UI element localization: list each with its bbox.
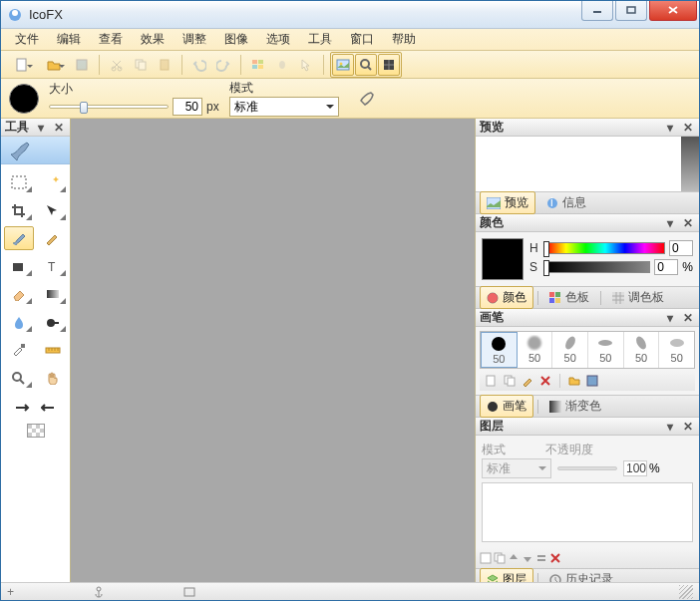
paste-button[interactable] xyxy=(154,54,175,76)
layer-new-icon[interactable] xyxy=(480,552,492,564)
layer-merge-icon[interactable] xyxy=(535,552,547,564)
brush-preset-0[interactable]: 50 xyxy=(481,332,518,368)
os-windows-icon[interactable] xyxy=(247,54,269,76)
undo-button[interactable] xyxy=(188,54,210,76)
menu-file[interactable]: 文件 xyxy=(7,29,47,50)
tool-eraser[interactable] xyxy=(4,282,34,306)
tool-eyedropper[interactable] xyxy=(4,338,34,362)
size-input[interactable]: 50 xyxy=(173,98,202,116)
menu-window[interactable]: 窗口 xyxy=(342,29,382,50)
layer-dup-icon[interactable] xyxy=(494,552,506,564)
transparency-swatch[interactable] xyxy=(27,424,45,438)
preview-panel-title: 预览 xyxy=(480,119,659,136)
tab-swatches[interactable]: 色板 xyxy=(542,286,596,309)
menu-image[interactable]: 图像 xyxy=(216,29,256,50)
sat-unit: % xyxy=(682,260,693,274)
tab-preview[interactable]: 预览 xyxy=(480,191,535,214)
brush-save-icon[interactable] xyxy=(584,373,600,389)
layer-mode-combo[interactable]: 标准 xyxy=(482,458,551,478)
color-collapse-icon[interactable]: ▾ xyxy=(663,216,677,230)
tool-dodge[interactable] xyxy=(38,310,68,334)
brush-dup-icon[interactable] xyxy=(502,373,518,389)
maximize-button[interactable] xyxy=(615,1,647,21)
sat-slider[interactable] xyxy=(545,261,650,273)
tools-collapse-icon[interactable]: ▾ xyxy=(34,121,48,135)
menu-options[interactable]: 选项 xyxy=(258,29,298,50)
preview-collapse-icon[interactable]: ▾ xyxy=(663,121,677,135)
minimize-button[interactable] xyxy=(581,1,613,21)
airbrush-icon[interactable] xyxy=(359,91,377,107)
sat-input[interactable]: 0 xyxy=(654,259,678,275)
menu-help[interactable]: 帮助 xyxy=(384,29,424,50)
tool-zoom[interactable] xyxy=(4,366,34,390)
menu-tools[interactable]: 工具 xyxy=(300,29,340,50)
tools-close-icon[interactable]: ✕ xyxy=(52,121,66,135)
resize-grip[interactable] xyxy=(679,585,693,599)
save-button[interactable] xyxy=(71,54,93,76)
menu-effects[interactable]: 效果 xyxy=(133,29,173,50)
menu-view[interactable]: 查看 xyxy=(91,29,131,50)
mode-combo[interactable]: 标准 xyxy=(229,97,339,117)
redo-button[interactable] xyxy=(212,54,234,76)
layer-list[interactable] xyxy=(482,482,693,542)
layer-collapse-icon[interactable]: ▾ xyxy=(663,420,677,434)
brush-open-icon[interactable] xyxy=(566,373,582,389)
tool-move[interactable] xyxy=(38,198,68,222)
tab-palette[interactable]: 调色板 xyxy=(605,286,671,309)
brush-new-icon[interactable] xyxy=(484,373,500,389)
swap-colors-icon[interactable] xyxy=(15,402,31,414)
hue-slider[interactable] xyxy=(545,242,665,254)
os-mac-icon[interactable] xyxy=(271,54,293,76)
new-button[interactable] xyxy=(7,54,37,76)
tool-crop[interactable] xyxy=(4,198,34,222)
tool-measure[interactable] xyxy=(38,338,68,362)
opacity-slider[interactable] xyxy=(557,466,617,470)
cursor-icon[interactable] xyxy=(295,54,317,76)
layer-delete-icon[interactable] xyxy=(549,552,561,564)
canvas-area[interactable] xyxy=(71,119,475,582)
brush-preset-4[interactable]: 50 xyxy=(624,332,660,368)
tool-wand[interactable] xyxy=(38,170,68,194)
tool-brush[interactable] xyxy=(4,226,34,250)
color-close-icon[interactable]: ✕ xyxy=(681,216,695,230)
tool-fill[interactable] xyxy=(4,254,34,278)
brush-preset-2[interactable]: 50 xyxy=(552,332,588,368)
brush-preset-1[interactable]: 50 xyxy=(518,332,553,368)
default-colors-icon[interactable] xyxy=(41,402,57,414)
brush-edit-icon[interactable] xyxy=(520,373,535,389)
opacity-input[interactable]: 100 xyxy=(623,460,647,476)
layer-up-icon[interactable] xyxy=(508,552,520,564)
close-button[interactable] xyxy=(649,1,697,21)
tab-gradient[interactable]: 渐变色 xyxy=(542,395,608,418)
brush-delete-icon[interactable] xyxy=(537,373,553,389)
tool-gradient[interactable] xyxy=(38,282,68,306)
statusbar: + xyxy=(1,582,699,600)
tool-marquee[interactable] xyxy=(4,170,34,194)
brush-collapse-icon[interactable]: ▾ xyxy=(663,311,677,325)
cut-button[interactable] xyxy=(106,54,128,76)
tool-text[interactable]: T xyxy=(38,254,68,278)
tab-info[interactable]: i信息 xyxy=(539,191,593,214)
menu-adjust[interactable]: 调整 xyxy=(175,29,214,50)
tab-color[interactable]: 颜色 xyxy=(480,286,533,309)
open-button[interactable] xyxy=(39,54,69,76)
size-slider[interactable] xyxy=(49,105,169,109)
hue-input[interactable]: 0 xyxy=(669,240,693,256)
tool-blur[interactable] xyxy=(4,310,34,334)
view-zoom-button[interactable] xyxy=(355,54,377,76)
view-grid-button[interactable] xyxy=(378,54,400,76)
menu-edit[interactable]: 编辑 xyxy=(49,29,89,50)
brush-preset-3[interactable]: 50 xyxy=(588,332,624,368)
brush-close-icon[interactable]: ✕ xyxy=(681,311,695,325)
layer-close-icon[interactable]: ✕ xyxy=(681,420,695,434)
view-image-button[interactable] xyxy=(332,54,354,76)
brush-preset-5[interactable]: 50 xyxy=(659,332,694,368)
mode-value: 标准 xyxy=(234,99,258,116)
copy-button[interactable] xyxy=(130,54,152,76)
foreground-color-swatch[interactable] xyxy=(482,238,524,280)
tab-brush[interactable]: 画笔 xyxy=(480,395,533,418)
layer-down-icon[interactable] xyxy=(522,552,533,564)
tool-hand[interactable] xyxy=(38,366,68,390)
tool-pencil[interactable] xyxy=(38,226,68,250)
preview-close-icon[interactable]: ✕ xyxy=(681,121,695,135)
